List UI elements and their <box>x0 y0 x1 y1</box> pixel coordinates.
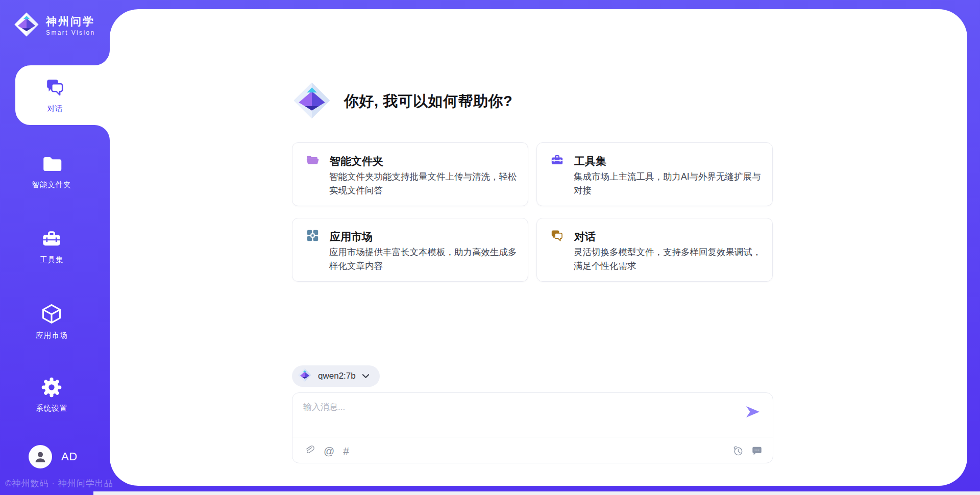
sidebar-item-label: 系统设置 <box>36 404 67 413</box>
sidebar-item-smart-folder[interactable]: 智能文件夹 <box>0 153 103 190</box>
card-title: 智能文件夹 <box>330 154 383 168</box>
send-icon[interactable] <box>745 405 761 418</box>
history-icon[interactable] <box>732 445 744 457</box>
main-panel: 你好, 我可以如何帮助你? 智能文件夹 智能文件夹功能支持批量文件上传与清洗，轻… <box>110 9 967 486</box>
bottom-edge-strip <box>93 491 980 495</box>
model-gem-icon <box>298 368 312 384</box>
feature-cards: 智能文件夹 智能文件夹功能支持批量文件上传与清洗，轻松实现文件问答 工具集 集成… <box>292 142 773 282</box>
folder-open-icon <box>306 153 320 169</box>
copyright-footer: ©神州数码 · 神州问学出品 <box>5 478 113 489</box>
greeting: 你好, 我可以如何帮助你? <box>292 81 512 122</box>
sidebar-item-label: 智能文件夹 <box>32 180 71 190</box>
card-toolset[interactable]: 工具集 集成市场上主流工具，助力AI与外界无缝扩展与对接 <box>536 142 773 206</box>
composer-toolbar-left: @ # <box>304 442 349 459</box>
message-input[interactable] <box>303 401 732 433</box>
sidebar-item-app-market[interactable]: 应用市场 <box>0 303 103 340</box>
sidebar-item-toolset[interactable]: 工具集 <box>0 228 103 265</box>
composer-divider <box>292 437 773 437</box>
brand-gem-icon <box>13 11 40 40</box>
grid-icon <box>306 229 320 244</box>
user-initials: AD <box>61 450 78 463</box>
card-description: 智能文件夹功能支持批量文件上传与清洗，轻松实现文件问答 <box>329 170 519 197</box>
brand-subtitle: Smart Vision <box>46 29 95 36</box>
brand-name: 神州问学 <box>46 15 95 28</box>
message-composer: @ # <box>292 392 773 463</box>
card-description: 集成市场上主流工具，助力AI与外界无缝扩展与对接 <box>574 170 763 197</box>
avatar <box>29 445 52 468</box>
hashtag-icon[interactable]: # <box>343 445 349 456</box>
brand: 神州问学 Smart Vision <box>13 11 95 40</box>
sidebar-item-chat[interactable]: 对话 <box>15 50 110 140</box>
greeting-gem-icon <box>292 81 332 122</box>
paperclip-icon[interactable] <box>304 445 315 456</box>
user-profile[interactable]: AD <box>29 445 78 468</box>
model-name: qwen2:7b <box>318 371 356 381</box>
chevron-down-icon <box>362 372 370 381</box>
card-description: 应用市场提供丰富长文本模板，助力高效生成多样化文章内容 <box>329 245 519 273</box>
card-title: 应用市场 <box>330 230 373 244</box>
card-chat[interactable]: 对话 灵活切换多模型文件，支持多样回复效果调试，满足个性化需求 <box>536 218 773 282</box>
card-title: 工具集 <box>574 154 606 168</box>
chat-icon <box>45 77 65 100</box>
card-app-market[interactable]: 应用市场 应用市场提供丰富长文本模板，助力高效生成多样化文章内容 <box>292 218 528 282</box>
toolbox-icon <box>41 228 62 252</box>
sidebar-item-label: 工具集 <box>40 255 64 265</box>
sidebar-item-label: 对话 <box>47 104 63 114</box>
toolbox-icon <box>550 153 564 169</box>
gear-icon <box>41 377 62 400</box>
composer-toolbar-right <box>732 442 763 459</box>
model-selector[interactable]: qwen2:7b <box>292 365 380 387</box>
sidebar-item-settings[interactable]: 系统设置 <box>0 377 103 413</box>
folder-icon <box>41 153 62 177</box>
cube-icon <box>40 303 63 327</box>
card-description: 灵活切换多模型文件，支持多样回复效果调试，满足个性化需求 <box>574 245 763 273</box>
sidebar-item-label: 应用市场 <box>36 331 67 340</box>
chat-icon <box>550 229 564 244</box>
card-title: 对话 <box>574 230 596 244</box>
card-smart-folder[interactable]: 智能文件夹 智能文件夹功能支持批量文件上传与清洗，轻松实现文件问答 <box>292 142 528 206</box>
mention-icon[interactable]: @ <box>324 445 334 456</box>
greeting-text: 你好, 我可以如何帮助你? <box>344 91 512 112</box>
sidebar: 神州问学 Smart Vision 对话 智能文件夹 <box>0 0 110 495</box>
comment-icon[interactable] <box>751 445 763 456</box>
